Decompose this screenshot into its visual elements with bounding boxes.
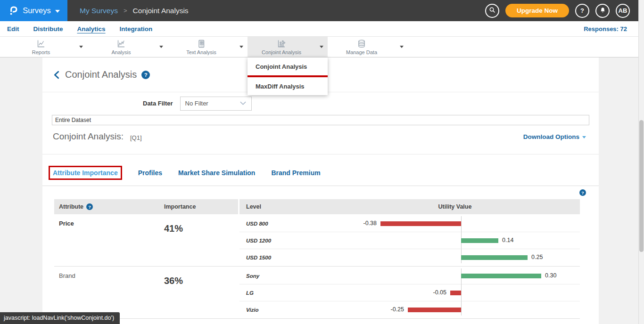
- level-row: Vizio-0.25: [239, 301, 580, 318]
- conjoint-dropdown-caret[interactable]: [315, 46, 328, 48]
- data-filter-select[interactable]: No Filter: [180, 97, 252, 111]
- attribute-table-body: Price41%USD 800-0.38USD 12000.14USD 1500…: [54, 214, 580, 319]
- nav-item-edit[interactable]: Edit: [7, 25, 19, 32]
- search-button[interactable]: [485, 4, 499, 18]
- level-label: Sony: [239, 273, 330, 279]
- utility-value: 0.30: [545, 272, 556, 279]
- help-button[interactable]: ?: [575, 4, 589, 18]
- tab-brand-premium[interactable]: Brand Premium: [271, 169, 320, 177]
- level-row: USD 800-0.38: [239, 215, 580, 232]
- upgrade-now-button[interactable]: Upgrade Now: [505, 4, 569, 17]
- notifications-button[interactable]: [595, 4, 610, 18]
- utility-value: -0.38: [363, 220, 377, 227]
- dataset-input[interactable]: [52, 115, 589, 125]
- tab-market-share-simulation[interactable]: Market Share Simulation: [178, 169, 255, 177]
- text-analysis-dropdown-caret[interactable]: [235, 46, 248, 48]
- attribute-importance: 36%: [156, 267, 239, 318]
- manage-data-dropdown-caret[interactable]: [396, 46, 408, 48]
- data-filter-row: Data Filter No Filter: [42, 92, 599, 114]
- topbar: Surveys My Surveys > Conjoint Analysis U…: [0, 0, 644, 21]
- avatar-initials: AB: [619, 7, 627, 14]
- attribute-importance: 41%: [156, 214, 239, 266]
- menu-item-maxdiff-analysis[interactable]: MaxDiff Analysis: [248, 77, 328, 95]
- chevron-down-icon: [400, 46, 404, 48]
- toolbar-item-manage-data[interactable]: Manage Data: [328, 37, 408, 57]
- toolbar-label: Analysis: [112, 49, 131, 55]
- utility-value: -0.25: [391, 306, 405, 313]
- bell-icon: [599, 7, 606, 15]
- utility-bar: [408, 308, 461, 312]
- utility-bar: [450, 291, 461, 295]
- level-row: USD 12000.14: [239, 232, 580, 249]
- level-label: LG: [239, 290, 330, 296]
- surveys-product-menu[interactable]: Surveys: [0, 0, 67, 21]
- chevron-down-icon: [159, 46, 163, 48]
- attribute-name: Price: [54, 214, 156, 266]
- nav-item-analytics[interactable]: Analytics: [77, 25, 106, 32]
- database-icon: [357, 39, 366, 49]
- chevron-down-icon: [55, 10, 60, 13]
- dataset-row: [52, 115, 589, 125]
- download-options-label: Download Options: [523, 133, 579, 140]
- attribute-group: Brand36%Sony0.30LG-0.05Vizio-0.25: [54, 267, 580, 319]
- utility-value: -0.05: [433, 289, 447, 296]
- chevron-down-icon: [582, 136, 586, 138]
- conjoint-analysis-menu: Conjoint Analysis MaxDiff Analysis: [248, 57, 328, 95]
- analytics-toolbar: Reports Analysis Text Analysis Conjoint …: [0, 37, 644, 57]
- trend-chart-icon: [116, 39, 126, 49]
- text-report-icon: [197, 39, 206, 49]
- question-mark-icon: ?: [580, 7, 584, 14]
- toolbar-item-reports[interactable]: Reports: [7, 37, 87, 57]
- page-title: Conjoint Analysis: [65, 69, 137, 80]
- toolbar-item-text-analysis[interactable]: Text Analysis: [167, 37, 248, 57]
- avatar[interactable]: AB: [616, 4, 630, 18]
- topbar-actions: Upgrade Now ? AB: [485, 0, 644, 21]
- breadcrumb-my-surveys[interactable]: My Surveys: [80, 7, 118, 15]
- chevron-down-icon: [320, 46, 323, 48]
- nav-item-distribute[interactable]: Distribute: [33, 25, 63, 32]
- data-filter-value: No Filter: [185, 100, 208, 107]
- table-help-row: ?: [42, 186, 599, 199]
- breadcrumb: My Surveys > Conjoint Analysis: [67, 0, 189, 21]
- search-icon: [488, 6, 496, 15]
- tab-profiles[interactable]: Profiles: [138, 169, 162, 177]
- toolbar-item-analysis[interactable]: Analysis: [87, 37, 167, 57]
- utility-bar-chart: -0.25: [330, 301, 580, 318]
- nav-item-integration[interactable]: Integration: [120, 25, 153, 32]
- attribute-help-icon[interactable]: ?: [86, 203, 93, 210]
- question-reference: [Q1]: [130, 134, 142, 141]
- page-help-icon[interactable]: ?: [141, 71, 150, 79]
- tab-attribute-importance[interactable]: Attribute Importance: [49, 166, 122, 180]
- conjoint-section-header: Conjoint Analysis: [Q1] Download Options: [42, 131, 599, 142]
- utility-bar: [461, 255, 528, 260]
- level-label: USD 800: [239, 221, 330, 227]
- table-help-icon[interactable]: ?: [579, 189, 586, 196]
- level-row: USD 15000.25: [239, 249, 580, 266]
- table-header: Attribute ? Importance Level Utility Val…: [54, 199, 580, 214]
- download-options-link[interactable]: Download Options: [523, 133, 586, 140]
- section-title: Conjoint Analysis:: [53, 131, 124, 142]
- breadcrumb-current: Conjoint Analysis: [133, 7, 189, 15]
- reports-dropdown-caret[interactable]: [75, 46, 87, 48]
- breadcrumb-separator: >: [124, 7, 127, 14]
- menu-item-conjoint-analysis[interactable]: Conjoint Analysis: [248, 57, 328, 75]
- scrollbar-thumb[interactable]: [639, 120, 644, 252]
- analysis-dropdown-caret[interactable]: [155, 46, 167, 48]
- attribute-importance-table: Attribute ? Importance Level Utility Val…: [54, 199, 580, 319]
- level-row: Sony0.30: [239, 267, 580, 284]
- col-level: Level: [239, 203, 330, 210]
- toolbar-item-conjoint-analysis[interactable]: Conjoint Analysis: [248, 37, 328, 57]
- chevron-down-icon: [79, 46, 83, 48]
- col-attribute: Attribute: [59, 203, 83, 210]
- utility-bar: [380, 221, 461, 226]
- level-list: USD 800-0.38USD 12000.14USD 15000.25: [239, 214, 580, 266]
- utility-bar-chart: 0.25: [330, 249, 580, 266]
- toolbar-label: Conjoint Analysis: [262, 49, 301, 55]
- utility-value: 0.25: [531, 254, 543, 260]
- line-chart-icon: [36, 39, 46, 49]
- status-link-tooltip: javascript: loadNavLink('showConjoint.do…: [0, 312, 120, 324]
- back-button[interactable]: [53, 71, 60, 79]
- responses-count: Responses: 72: [584, 25, 627, 32]
- scrollbar[interactable]: [638, 0, 644, 324]
- utility-bar-chart: -0.05: [330, 284, 580, 301]
